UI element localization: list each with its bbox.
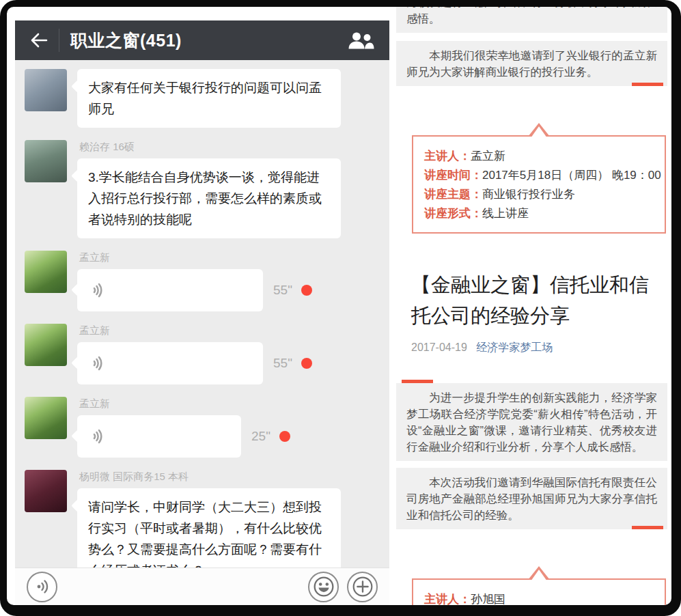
avatar[interactable] [25,69,67,111]
sender-name: 赖治存 16硕 [79,141,380,154]
lecture-info-row: 主讲人：孙旭国 [424,591,654,605]
voice-message-bubble[interactable] [77,269,263,311]
group-members-button[interactable] [347,31,374,50]
avatar[interactable] [25,251,67,293]
message-text: 大家有任何关于银行投行的问题可以问孟师兄 [88,81,322,116]
emoji-button[interactable] [308,572,339,602]
lecture-info-row: 主讲人：孟立新 [424,148,654,165]
back-arrow-icon [29,31,49,49]
chat-message: 孟立新 55" [15,318,389,391]
article-paragraph-clipped: 秀校友进行金融业介绍和行业分析，分享个人成长感悟。 [396,7,667,33]
lecture-label: 讲座时间： [424,169,482,182]
lecture-value: 线上讲座 [482,207,529,220]
article-meta: 2017-04-19 经济学家梦工场 [411,341,667,355]
lecture-value: 2017年5月18日（周四） 晚19：00 [482,169,661,182]
article-panel: 秀校友进行金融业介绍和行业分析，分享个人成长感悟。 本期我们很荣幸地邀请到了兴业… [396,7,667,605]
message-content: 赖治存 16硕 3.学长能结合自身优势谈一谈，觉得能进入招行总行投行部，需要怎么… [77,140,380,238]
voice-input-icon [33,578,51,596]
box-notch-decoration [528,123,550,137]
bubble-tail [71,356,83,369]
voice-wave-icon [89,427,108,446]
unread-dot [301,358,312,369]
red-dash-decoration [632,83,663,86]
plus-icon [352,576,374,598]
box-notch-decoration [528,566,550,580]
bubble-tail [71,499,83,512]
lecture-label: 讲座主题： [424,188,482,201]
article-paragraph: 本期我们很荣幸地邀请到了兴业银行的孟立新师兄为大家讲解商业银行的投行业务。 [396,41,667,86]
lecture-value: 商业银行投行业务 [482,188,575,201]
sender-name: 孟立新 [79,251,380,264]
voice-wave-icon [89,281,108,300]
avatar[interactable] [25,397,67,439]
paragraph-text: 秀校友进行金融业介绍和行业分析，分享个人成长感悟。 [406,7,657,27]
unread-dot [279,431,290,442]
message-bubble: 请问学长，中财同学（大二大三）想到投行实习（平时或者暑期），有什么比较优势么？又… [77,488,341,568]
lecture-value: 孙旭国 [471,593,505,605]
article-paragraph: 为进一步提升学生的创新实践能力，经济学家梦工场联合经济学院党委“薪火相传”特色活… [396,383,667,461]
message-content: 孟立新 55" [77,324,380,384]
sender-name: 孟立新 [79,324,380,337]
voice-duration: 55" [273,283,292,298]
avatar[interactable] [25,470,67,512]
back-button[interactable] [15,31,59,49]
lecture-value: 孟立新 [471,150,505,163]
header-divider [59,29,59,52]
message-content: 孟立新 55" [77,251,380,311]
voice-duration: 55" [273,356,292,371]
lecture-info-row: 讲座主题：商业银行投行业务 [424,186,654,203]
bubble-tail [71,283,83,296]
voice-wave-icon [89,354,108,373]
voice-message-row: 55" [77,342,380,384]
voice-message-bubble[interactable] [77,342,263,384]
lecture-info-row: 讲座时间：2017年5月18日（周四） 晚19：00 [424,167,654,184]
sender-name: 孟立新 [79,397,380,410]
article-paragraph: 本次活动我们邀请到华融国际信托有限责任公司房地产金融部总经理孙旭国师兄为大家分享… [396,468,667,529]
article-title: 【金融业之窗】信托业和信托公司的经验分享 [411,270,658,331]
message-bubble: 3.学长能结合自身优势谈一谈，觉得能进入招行总行投行部，需要怎么样的素质或者说特… [77,158,341,238]
chat-message: 孟立新 25" [15,391,389,464]
content-area: 职业之窗(451) 大家有任何关于银行投行的问题可以问孟师兄 赖治存 16硕 [7,7,671,605]
message-list: 大家有任何关于银行投行的问题可以问孟师兄 赖治存 16硕 3.学长能结合自身优势… [15,60,389,568]
group-members-icon [347,31,374,50]
emoji-smiley-icon [313,576,335,598]
paragraph-text: 本次活动我们邀请到华融国际信托有限责任公司房地产金融部总经理孙旭国师兄为大家分享… [406,474,657,523]
more-button[interactable] [347,572,378,602]
lecture-info-row: 讲座形式：线上讲座 [424,205,654,222]
lecture-label: 讲座形式： [424,207,482,220]
article-account-link[interactable]: 经济学家梦工场 [476,341,553,353]
chat-title: 职业之窗(451) [70,29,182,52]
screenshot-frame: 职业之窗(451) 大家有任何关于银行投行的问题可以问孟师兄 赖治存 16硕 [0,0,681,616]
bubble-tail [71,430,83,442]
message-content: 杨明微 国际商务15 本科 请问学长，中财同学（大二大三）想到投行实习（平时或者… [77,470,380,568]
chat-message: 孟立新 55" [15,244,389,318]
bubble-tail [71,169,83,182]
voice-message-row: 25" [77,415,380,458]
avatar[interactable] [25,324,67,366]
chat-message: 赖治存 16硕 3.学长能结合自身优势谈一谈，觉得能进入招行总行投行部，需要怎么… [15,134,389,244]
voice-duration: 25" [251,429,270,444]
bubble-tail [71,80,83,92]
paragraph-text: 为进一步提升学生的创新实践能力，经济学家梦工场联合经济学院党委“薪火相传”特色活… [406,389,657,455]
red-dash-decoration [632,526,663,529]
chat-composer [15,568,389,605]
avatar[interactable] [25,140,67,182]
sender-name: 杨明微 国际商务15 本科 [79,471,380,484]
lecture-label: 主讲人： [424,593,471,605]
chat-panel: 职业之窗(451) 大家有任何关于银行投行的问题可以问孟师兄 赖治存 16硕 [15,20,389,605]
message-text: 3.学长能结合自身优势谈一谈，觉得能进入招行总行投行部，需要怎么样的素质或者说特… [88,170,322,227]
voice-message-row: 55" [77,269,380,311]
message-content: 孟立新 25" [77,397,380,458]
chat-header: 职业之窗(451) [15,20,389,60]
message-content: 大家有任何关于银行投行的问题可以问孟师兄 [77,69,380,128]
voice-message-bubble[interactable] [77,415,241,458]
lecture-info-box: 主讲人：孟立新 讲座时间：2017年5月18日（周四） 晚19：00 讲座主题：… [412,135,666,234]
lecture-info-box: 主讲人：孙旭国 讲座时间：2017年4月21日（周五） 晚19:00 讲座主题：… [412,578,666,605]
article-date: 2017-04-19 [411,341,467,353]
message-bubble: 大家有任何关于银行投行的问题可以问孟师兄 [77,69,341,128]
lecture-label: 主讲人： [424,150,471,163]
chat-message: 大家有任何关于银行投行的问题可以问孟师兄 [15,63,389,134]
unread-dot [301,285,312,296]
voice-input-button[interactable] [27,572,57,602]
red-dash-decoration [402,380,433,383]
